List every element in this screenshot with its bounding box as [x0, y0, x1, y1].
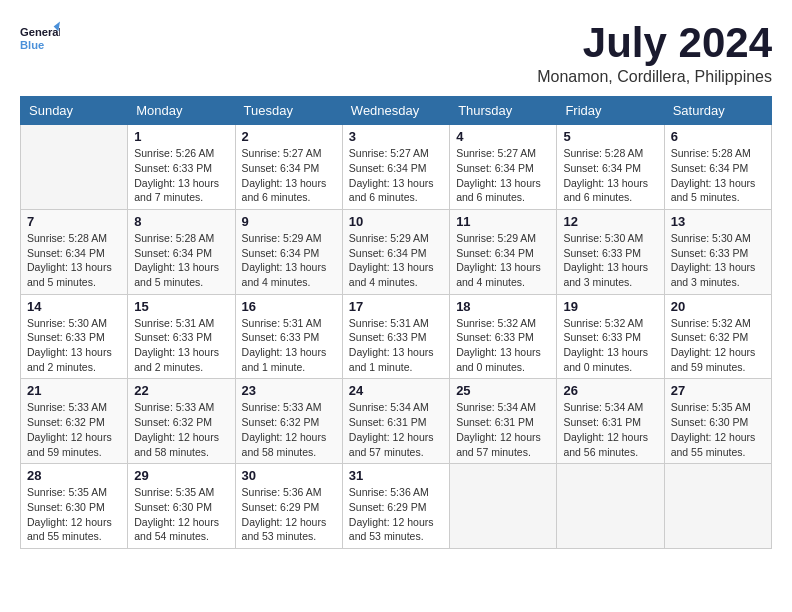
weekday-header-monday: Monday — [128, 97, 235, 125]
calendar-cell: 2Sunrise: 5:27 AM Sunset: 6:34 PM Daylig… — [235, 125, 342, 210]
calendar-cell: 24Sunrise: 5:34 AM Sunset: 6:31 PM Dayli… — [342, 379, 449, 464]
day-info: Sunrise: 5:29 AM Sunset: 6:34 PM Dayligh… — [456, 231, 550, 290]
week-row-4: 21Sunrise: 5:33 AM Sunset: 6:32 PM Dayli… — [21, 379, 772, 464]
calendar-cell: 14Sunrise: 5:30 AM Sunset: 6:33 PM Dayli… — [21, 294, 128, 379]
calendar-cell: 26Sunrise: 5:34 AM Sunset: 6:31 PM Dayli… — [557, 379, 664, 464]
day-number: 11 — [456, 214, 550, 229]
calendar-cell: 17Sunrise: 5:31 AM Sunset: 6:33 PM Dayli… — [342, 294, 449, 379]
day-number: 5 — [563, 129, 657, 144]
day-info: Sunrise: 5:32 AM Sunset: 6:33 PM Dayligh… — [563, 316, 657, 375]
logo: General Blue — [20, 20, 60, 60]
weekday-header-thursday: Thursday — [450, 97, 557, 125]
month-year: July 2024 — [537, 20, 772, 66]
day-number: 1 — [134, 129, 228, 144]
day-info: Sunrise: 5:26 AM Sunset: 6:33 PM Dayligh… — [134, 146, 228, 205]
week-row-5: 28Sunrise: 5:35 AM Sunset: 6:30 PM Dayli… — [21, 464, 772, 549]
day-info: Sunrise: 5:30 AM Sunset: 6:33 PM Dayligh… — [563, 231, 657, 290]
day-info: Sunrise: 5:34 AM Sunset: 6:31 PM Dayligh… — [563, 400, 657, 459]
day-number: 23 — [242, 383, 336, 398]
logo-icon: General Blue — [20, 20, 60, 60]
calendar-cell: 1Sunrise: 5:26 AM Sunset: 6:33 PM Daylig… — [128, 125, 235, 210]
day-info: Sunrise: 5:29 AM Sunset: 6:34 PM Dayligh… — [242, 231, 336, 290]
calendar-cell: 5Sunrise: 5:28 AM Sunset: 6:34 PM Daylig… — [557, 125, 664, 210]
day-info: Sunrise: 5:28 AM Sunset: 6:34 PM Dayligh… — [27, 231, 121, 290]
calendar-cell: 21Sunrise: 5:33 AM Sunset: 6:32 PM Dayli… — [21, 379, 128, 464]
calendar-cell: 16Sunrise: 5:31 AM Sunset: 6:33 PM Dayli… — [235, 294, 342, 379]
day-number: 30 — [242, 468, 336, 483]
calendar-cell: 30Sunrise: 5:36 AM Sunset: 6:29 PM Dayli… — [235, 464, 342, 549]
day-number: 9 — [242, 214, 336, 229]
day-number: 27 — [671, 383, 765, 398]
day-info: Sunrise: 5:32 AM Sunset: 6:33 PM Dayligh… — [456, 316, 550, 375]
calendar-cell: 28Sunrise: 5:35 AM Sunset: 6:30 PM Dayli… — [21, 464, 128, 549]
location: Monamon, Cordillera, Philippines — [537, 68, 772, 86]
weekday-header-wednesday: Wednesday — [342, 97, 449, 125]
calendar-cell: 25Sunrise: 5:34 AM Sunset: 6:31 PM Dayli… — [450, 379, 557, 464]
day-number: 4 — [456, 129, 550, 144]
calendar-cell: 15Sunrise: 5:31 AM Sunset: 6:33 PM Dayli… — [128, 294, 235, 379]
day-info: Sunrise: 5:36 AM Sunset: 6:29 PM Dayligh… — [349, 485, 443, 544]
day-info: Sunrise: 5:33 AM Sunset: 6:32 PM Dayligh… — [242, 400, 336, 459]
day-info: Sunrise: 5:33 AM Sunset: 6:32 PM Dayligh… — [27, 400, 121, 459]
day-number: 24 — [349, 383, 443, 398]
calendar-cell: 9Sunrise: 5:29 AM Sunset: 6:34 PM Daylig… — [235, 209, 342, 294]
weekday-header-saturday: Saturday — [664, 97, 771, 125]
calendar-cell: 22Sunrise: 5:33 AM Sunset: 6:32 PM Dayli… — [128, 379, 235, 464]
calendar-cell: 23Sunrise: 5:33 AM Sunset: 6:32 PM Dayli… — [235, 379, 342, 464]
day-number: 25 — [456, 383, 550, 398]
day-number: 28 — [27, 468, 121, 483]
week-row-2: 7Sunrise: 5:28 AM Sunset: 6:34 PM Daylig… — [21, 209, 772, 294]
day-number: 10 — [349, 214, 443, 229]
calendar-cell: 18Sunrise: 5:32 AM Sunset: 6:33 PM Dayli… — [450, 294, 557, 379]
weekday-header-sunday: Sunday — [21, 97, 128, 125]
day-info: Sunrise: 5:27 AM Sunset: 6:34 PM Dayligh… — [349, 146, 443, 205]
calendar-cell — [664, 464, 771, 549]
day-number: 21 — [27, 383, 121, 398]
weekday-header-row: SundayMondayTuesdayWednesdayThursdayFrid… — [21, 97, 772, 125]
day-info: Sunrise: 5:27 AM Sunset: 6:34 PM Dayligh… — [456, 146, 550, 205]
day-info: Sunrise: 5:34 AM Sunset: 6:31 PM Dayligh… — [456, 400, 550, 459]
day-info: Sunrise: 5:29 AM Sunset: 6:34 PM Dayligh… — [349, 231, 443, 290]
day-info: Sunrise: 5:28 AM Sunset: 6:34 PM Dayligh… — [671, 146, 765, 205]
day-info: Sunrise: 5:33 AM Sunset: 6:32 PM Dayligh… — [134, 400, 228, 459]
day-number: 13 — [671, 214, 765, 229]
day-number: 7 — [27, 214, 121, 229]
day-number: 16 — [242, 299, 336, 314]
day-info: Sunrise: 5:30 AM Sunset: 6:33 PM Dayligh… — [671, 231, 765, 290]
day-number: 18 — [456, 299, 550, 314]
calendar-cell: 3Sunrise: 5:27 AM Sunset: 6:34 PM Daylig… — [342, 125, 449, 210]
calendar-cell: 12Sunrise: 5:30 AM Sunset: 6:33 PM Dayli… — [557, 209, 664, 294]
day-number: 17 — [349, 299, 443, 314]
calendar-table: SundayMondayTuesdayWednesdayThursdayFrid… — [20, 96, 772, 549]
day-info: Sunrise: 5:30 AM Sunset: 6:33 PM Dayligh… — [27, 316, 121, 375]
calendar-cell: 27Sunrise: 5:35 AM Sunset: 6:30 PM Dayli… — [664, 379, 771, 464]
day-number: 31 — [349, 468, 443, 483]
calendar-cell: 8Sunrise: 5:28 AM Sunset: 6:34 PM Daylig… — [128, 209, 235, 294]
svg-text:Blue: Blue — [20, 39, 44, 51]
calendar-cell — [450, 464, 557, 549]
calendar-cell — [557, 464, 664, 549]
day-info: Sunrise: 5:36 AM Sunset: 6:29 PM Dayligh… — [242, 485, 336, 544]
day-info: Sunrise: 5:27 AM Sunset: 6:34 PM Dayligh… — [242, 146, 336, 205]
day-number: 22 — [134, 383, 228, 398]
day-number: 26 — [563, 383, 657, 398]
day-info: Sunrise: 5:32 AM Sunset: 6:32 PM Dayligh… — [671, 316, 765, 375]
calendar-cell: 6Sunrise: 5:28 AM Sunset: 6:34 PM Daylig… — [664, 125, 771, 210]
week-row-1: 1Sunrise: 5:26 AM Sunset: 6:33 PM Daylig… — [21, 125, 772, 210]
svg-text:General: General — [20, 26, 60, 38]
calendar-cell: 7Sunrise: 5:28 AM Sunset: 6:34 PM Daylig… — [21, 209, 128, 294]
calendar-cell: 10Sunrise: 5:29 AM Sunset: 6:34 PM Dayli… — [342, 209, 449, 294]
weekday-header-friday: Friday — [557, 97, 664, 125]
week-row-3: 14Sunrise: 5:30 AM Sunset: 6:33 PM Dayli… — [21, 294, 772, 379]
day-number: 29 — [134, 468, 228, 483]
day-info: Sunrise: 5:28 AM Sunset: 6:34 PM Dayligh… — [134, 231, 228, 290]
weekday-header-tuesday: Tuesday — [235, 97, 342, 125]
day-number: 8 — [134, 214, 228, 229]
day-number: 2 — [242, 129, 336, 144]
day-number: 6 — [671, 129, 765, 144]
day-number: 14 — [27, 299, 121, 314]
day-number: 3 — [349, 129, 443, 144]
title-block: July 2024 Monamon, Cordillera, Philippin… — [537, 20, 772, 86]
day-info: Sunrise: 5:35 AM Sunset: 6:30 PM Dayligh… — [671, 400, 765, 459]
calendar-cell: 31Sunrise: 5:36 AM Sunset: 6:29 PM Dayli… — [342, 464, 449, 549]
